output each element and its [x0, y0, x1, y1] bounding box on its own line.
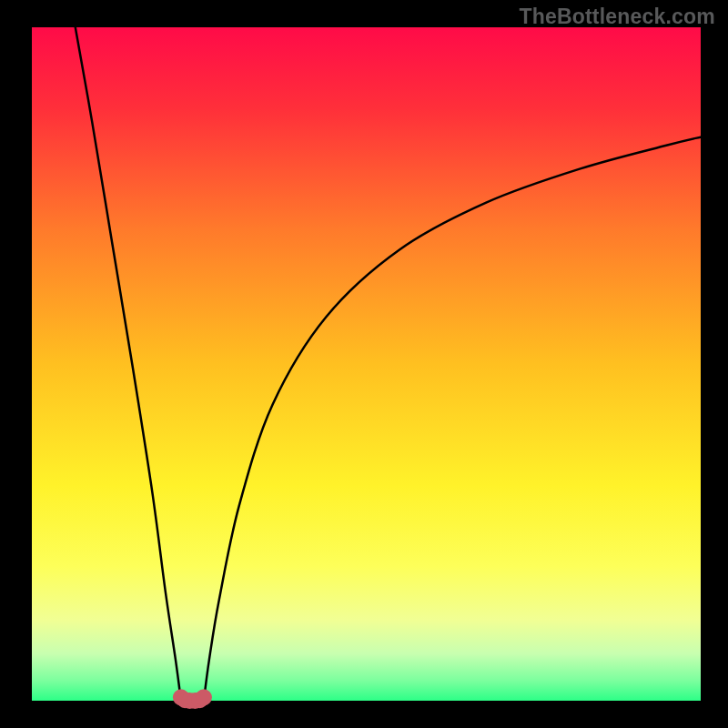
valley-dot	[196, 689, 212, 705]
bottleneck-chart	[0, 0, 728, 728]
chart-container: { "watermark": "TheBottleneck.com", "cha…	[0, 0, 728, 728]
watermark-text: TheBottleneck.com	[519, 5, 715, 29]
